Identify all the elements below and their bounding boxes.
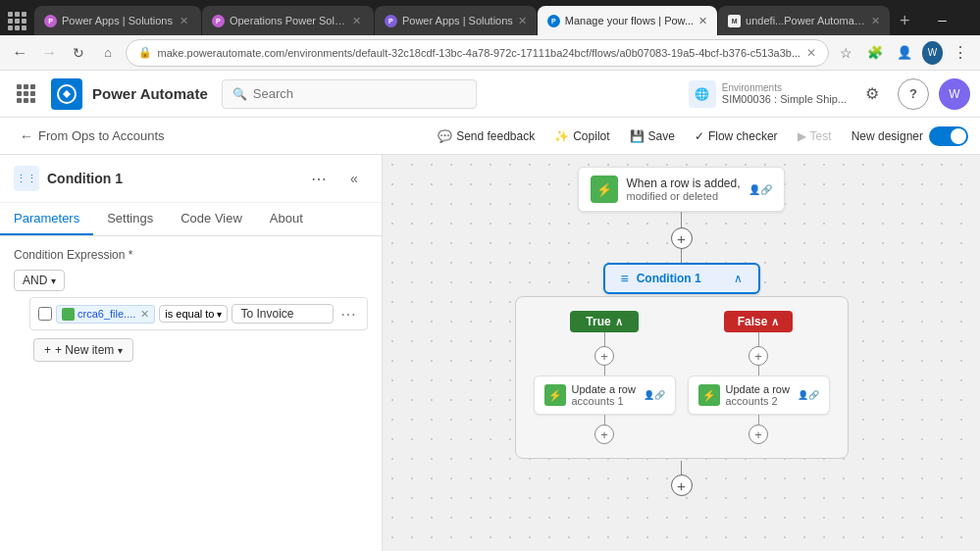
and-operator-dropdown[interactable]: AND ▾ bbox=[14, 270, 65, 291]
tab-5-close[interactable]: ✕ bbox=[871, 15, 880, 27]
forward-nav-button[interactable]: → bbox=[37, 39, 62, 67]
trigger-icons: 👤🔗 bbox=[748, 184, 772, 195]
flow-checker-button[interactable]: ✓ Flow checker bbox=[687, 125, 786, 147]
environment-selector[interactable]: 🌐 Environments SIM00036 : Simple Ship... bbox=[689, 80, 847, 108]
operator-label: is equal to bbox=[165, 308, 214, 320]
condition-expression-label: Condition Expression * bbox=[14, 248, 368, 262]
panel-node-icon: ⋮⋮ bbox=[14, 166, 39, 191]
flow-canvas: ⚡ When a row is added, modified or delet… bbox=[383, 155, 980, 551]
reload-button[interactable]: ↻ bbox=[67, 39, 91, 67]
save-button[interactable]: 💾 Save bbox=[622, 125, 683, 147]
app-nav-waffle[interactable] bbox=[10, 78, 41, 110]
search-input[interactable] bbox=[253, 86, 466, 101]
tab-1-label: Power Apps | Solutions bbox=[62, 15, 173, 26]
settings-button[interactable]: ⚙ bbox=[856, 78, 888, 110]
trigger-node-icon: ⚡ bbox=[591, 175, 618, 203]
false-node-title: Update a row bbox=[726, 383, 790, 395]
extensions-button[interactable]: 🧩 bbox=[863, 39, 888, 67]
false-node-icon: ⚡ bbox=[698, 384, 720, 406]
test-icon: ▶ bbox=[798, 129, 806, 143]
operator-dropdown[interactable]: is equal to ▾ bbox=[159, 305, 228, 323]
app-name: Power Automate bbox=[92, 85, 208, 102]
row-more-button[interactable]: ⋯ bbox=[337, 303, 359, 325]
send-feedback-button[interactable]: 💬 Send feedback bbox=[430, 125, 542, 147]
condition-node-icon: ≡ bbox=[621, 271, 629, 286]
copilot-button[interactable]: ✨ Copilot bbox=[546, 125, 617, 147]
trigger-node-subtitle: modified or deleted bbox=[626, 190, 740, 202]
false-branch-header[interactable]: False ∧ bbox=[724, 311, 794, 332]
maximize-button[interactable]: □ bbox=[965, 6, 980, 35]
true-final-add-btn[interactable]: + bbox=[594, 425, 614, 444]
address-bar[interactable]: 🔒 make.powerautomate.com/environments/de… bbox=[126, 39, 830, 67]
true-branch-node[interactable]: ⚡ Update a row accounts 1 👤🔗 bbox=[534, 376, 676, 415]
new-designer-toggle[interactable] bbox=[929, 126, 968, 146]
user-avatar[interactable]: W bbox=[939, 78, 970, 110]
tab-1-close[interactable]: ✕ bbox=[178, 14, 191, 27]
condition-node-title: Condition 1 bbox=[637, 272, 701, 285]
tab-4-close[interactable]: ✕ bbox=[698, 15, 707, 27]
false-node-subtitle: accounts 2 bbox=[726, 395, 790, 407]
false-add-btn[interactable]: + bbox=[748, 346, 768, 366]
tab-settings[interactable]: Settings bbox=[93, 203, 167, 235]
back-breadcrumb[interactable]: ← From Ops to Accounts bbox=[12, 125, 173, 148]
add-connector-1[interactable]: + bbox=[671, 227, 693, 249]
checker-icon: ✓ bbox=[695, 129, 704, 143]
true-node-icon: ⚡ bbox=[544, 384, 566, 406]
final-add-btn[interactable]: + bbox=[671, 475, 693, 496]
environment-label: Environments bbox=[722, 82, 847, 93]
false-branch: False ∧ + ⚡ Update a row a bbox=[688, 311, 830, 444]
browser-menu-button[interactable]: ⋮ bbox=[948, 39, 972, 67]
bookmarks-button[interactable]: ☆ bbox=[834, 39, 858, 67]
user-profiles-button[interactable]: 👤 bbox=[893, 39, 917, 67]
trigger-node-title: When a row is added, bbox=[626, 176, 740, 190]
tab-2-close[interactable]: ✕ bbox=[350, 14, 364, 27]
true-add-btn[interactable]: + bbox=[594, 346, 614, 366]
condition-expand-icon[interactable]: ∧ bbox=[734, 272, 743, 285]
new-item-button[interactable]: + + New item ▾ bbox=[33, 338, 133, 362]
back-nav-button[interactable]: ← bbox=[8, 39, 32, 67]
panel-content: Condition Expression * AND ▾ crca6_file.… bbox=[0, 236, 382, 551]
dropdown-arrow-icon: ▾ bbox=[51, 276, 56, 286]
tag-icon bbox=[62, 308, 75, 321]
true-branch-header[interactable]: True ∧ bbox=[570, 311, 638, 332]
minimize-button[interactable]: ─ bbox=[920, 6, 965, 35]
and-label: AND bbox=[23, 274, 47, 287]
false-final-add-btn[interactable]: + bbox=[748, 425, 768, 444]
search-icon: 🔍 bbox=[232, 87, 247, 101]
tag-close-icon[interactable]: ✕ bbox=[140, 308, 149, 321]
waffle-icon[interactable] bbox=[0, 6, 34, 35]
profile-avatar[interactable]: W bbox=[922, 41, 943, 65]
new-tab-button[interactable]: + bbox=[890, 6, 920, 35]
condition-value[interactable]: To Invoice bbox=[232, 304, 334, 324]
address-text: make.powerautomate.com/environments/defa… bbox=[158, 47, 801, 59]
condition-node[interactable]: ≡ Condition 1 ∧ bbox=[603, 263, 760, 294]
tab-code-view[interactable]: Code View bbox=[167, 203, 256, 235]
browser-tab-5[interactable]: M undefi...Power Automate n... ✕ bbox=[718, 6, 890, 35]
reload-address-icon[interactable]: ✕ bbox=[806, 46, 816, 60]
tag-text: crca6_file.... bbox=[77, 308, 135, 320]
search-box[interactable]: 🔍 bbox=[222, 79, 477, 109]
browser-tab-4[interactable]: P Manage your flows | Pow... ✕ bbox=[538, 6, 717, 35]
tab-about[interactable]: About bbox=[256, 203, 317, 235]
help-button[interactable]: ? bbox=[898, 78, 929, 110]
tab-3-close[interactable]: ✕ bbox=[518, 15, 527, 27]
app-logo bbox=[51, 78, 82, 110]
test-button[interactable]: ▶ Test bbox=[790, 125, 840, 147]
browser-tab-3[interactable]: P Power Apps | Solutions ✕ bbox=[375, 6, 537, 35]
home-button[interactable]: ⌂ bbox=[96, 39, 121, 67]
browser-tab-2[interactable]: P Operations Power Soluti... ✕ bbox=[202, 6, 374, 35]
condition-tag[interactable]: crca6_file.... ✕ bbox=[56, 305, 155, 324]
breadcrumb-label: From Ops to Accounts bbox=[38, 128, 165, 143]
trigger-node[interactable]: ⚡ When a row is added, modified or delet… bbox=[578, 167, 784, 212]
condition-checkbox[interactable] bbox=[38, 307, 52, 321]
false-label: False bbox=[738, 315, 768, 328]
tab-parameters[interactable]: Parameters bbox=[0, 203, 93, 235]
new-item-label: + New item bbox=[55, 343, 114, 357]
browser-tab-1[interactable]: P Power Apps | Solutions ✕ bbox=[34, 6, 201, 35]
operator-arrow-icon: ▾ bbox=[217, 309, 222, 320]
false-branch-node[interactable]: ⚡ Update a row accounts 2 👤🔗 bbox=[688, 376, 830, 415]
panel-collapse-button[interactable]: « bbox=[340, 165, 368, 192]
left-panel: ⋮⋮ Condition 1 ⋯ « Parameters Settings C… bbox=[0, 155, 383, 551]
tab-4-label: Manage your flows | Pow... bbox=[565, 15, 694, 26]
panel-more-button[interactable]: ⋯ bbox=[305, 165, 333, 192]
